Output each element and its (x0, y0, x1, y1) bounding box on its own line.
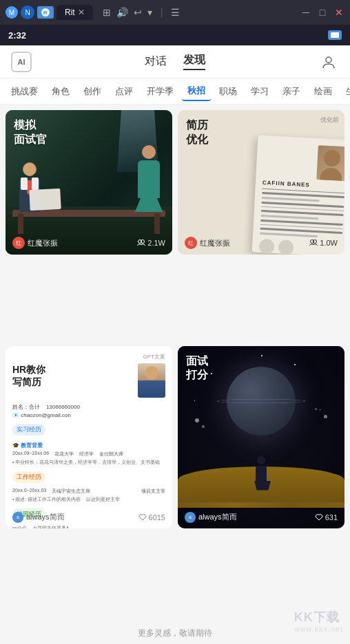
monitor-icon: ⊞ (103, 7, 111, 18)
hr-edu-detail: • 毕业特长：花花与清华之类，经济学等，去清华，义创业、文书基础 (12, 459, 165, 466)
author-avatar-3: a (12, 512, 23, 523)
card-resume-optimize[interactable]: 简历 优化 CAFIIN BANES (178, 110, 344, 255)
menu-icon[interactable]: ☰ (171, 7, 180, 18)
nav-dialog[interactable]: 对话 (145, 54, 167, 69)
title-bar: M N R Rit ✕ ⊞ 🔊 ↩ ▾ | ☰ ─ □ ✕ (0, 0, 350, 25)
cat-create[interactable]: 创作 (78, 83, 107, 100)
card-watermark: 优化前 (320, 116, 339, 125)
svg-point-2 (326, 57, 331, 63)
hr-edu-section: 🎓 教育背景 20xx.09~20xx.06 花花大学 经济学 金仕朗大师 • … (12, 442, 165, 466)
dot-2 (202, 425, 205, 428)
stat-count-1: 2.1W (147, 239, 165, 247)
maximize-button[interactable]: □ (317, 7, 328, 18)
cat-autumn[interactable]: 秋招 (182, 82, 211, 101)
cat-life[interactable]: 生活 (340, 83, 350, 100)
cat-challenge[interactable]: 挑战赛 (6, 83, 43, 100)
window-controls: ─ □ ✕ (300, 7, 344, 18)
author-name-3: always简而 (26, 512, 65, 522)
hr-card-footer: a always简而 6015 (6, 512, 172, 523)
hr-card-author: a always简而 (12, 512, 65, 523)
content-grid: 模拟 面试官 红 红魔张振 2.1W 简历 优化 (0, 105, 350, 619)
card-mock-interview[interactable]: 模拟 面试官 红 红魔张振 2.1W (6, 110, 172, 255)
title-bar-left: M N R Rit ✕ (6, 5, 93, 20)
star-4 (320, 409, 320, 410)
desk-paper (29, 189, 61, 211)
ai-icon[interactable]: AI (11, 52, 32, 72)
dropdown-icon[interactable]: ▾ (147, 7, 152, 18)
author-name-2: 红魔张振 (200, 238, 230, 248)
tab-label: Rit (65, 8, 75, 17)
nav-discover[interactable]: 发现 (183, 53, 205, 70)
notification-area (328, 30, 342, 40)
silhouette-skirt (254, 481, 271, 491)
author-avatar-4: a (185, 512, 196, 523)
hr-email-line: 📧 chaozon@gmail.con (12, 412, 165, 418)
author-avatar-1: 红 (12, 237, 25, 249)
browser-icon: M (6, 6, 18, 19)
stat-count-4: 631 (325, 513, 338, 522)
card-interview-score[interactable]: 面试 打分 a always简而 631 (178, 346, 344, 528)
resume-line-2 (262, 197, 320, 202)
hr-work-section: 工作经历 20xx.0~20xx.03 天端宇宙生态主席 项目支主宰 • 描述:… (12, 469, 165, 503)
tag-edu: 实习经历 (12, 424, 45, 436)
card-hr-resume[interactable]: GPT文案 HR教你 写简历 姓名：合计 13066660000 📧 chaoz… (6, 346, 172, 528)
minimize-button[interactable]: ─ (300, 7, 311, 18)
silhouette-body (256, 466, 267, 481)
card-resume-inner: 简历 优化 CAFIIN BANES (178, 110, 344, 255)
ai-label: AI (18, 58, 25, 66)
tab-close-icon[interactable]: ✕ (78, 8, 85, 17)
hr-campus-row: xx公众 小花园主任器具4 (12, 525, 165, 528)
score-scene: 面试 打分 a always简而 631 (178, 346, 344, 528)
active-tab[interactable]: Rit ✕ (56, 5, 93, 20)
cat-school[interactable]: 开学季 (141, 83, 179, 100)
cat-study[interactable]: 学习 (245, 83, 274, 100)
hr-name-line: 姓名：合计 13066660000 (12, 403, 165, 411)
stat-count-3: 6015 (149, 513, 165, 522)
ground-texture (178, 502, 344, 508)
hr-work-row: 20xx.0~20xx.03 天端宇宙生态主席 项目支主宰 (12, 488, 165, 495)
cat-review[interactable]: 点评 (110, 83, 138, 100)
back-icon[interactable]: ↩ (134, 7, 142, 18)
close-button[interactable]: ✕ (333, 7, 344, 18)
card-score-title: 面试 打分 (186, 354, 208, 383)
silhouette-head (257, 456, 265, 464)
author-name-4: always简而 (198, 512, 237, 522)
header-nav: 对话 发现 (145, 53, 205, 70)
card-mock-interview-stat: 2.1W (137, 239, 165, 247)
hr-edu-title: 🎓 教育背景 (12, 442, 165, 449)
card-mock-interview-title: 模拟 面试官 (14, 118, 47, 147)
dot-1 (195, 418, 199, 422)
hr-card-header: HR教你 写简历 (12, 363, 165, 398)
hr-title-block: HR教你 写简历 (12, 363, 45, 388)
card-resume-author: 红 红魔张振 (185, 237, 230, 249)
user-icon[interactable] (318, 52, 339, 72)
cat-role[interactable]: 角色 (46, 83, 75, 100)
cat-workplace[interactable]: 职场 (214, 83, 243, 100)
dot-3 (324, 415, 327, 418)
author-name-1: 红魔张振 (28, 238, 58, 248)
app-header: AI 对话 发现 (0, 45, 350, 78)
app-icon: N (21, 6, 34, 19)
category-bar: 挑战赛 角色 创作 点评 开学季 秋招 职场 学习 亲子 绘画 生活 (0, 78, 350, 105)
planet-ring (216, 398, 306, 403)
dot-4 (315, 408, 317, 410)
volume-icon[interactable]: 🔊 (116, 7, 128, 18)
tag-work: 工作经历 (12, 471, 45, 483)
author-avatar-2: 红 (185, 237, 197, 249)
hr-tags: 实习经历 (12, 422, 165, 438)
card-mock-interview-footer: 红 红魔张振 2.1W (6, 237, 172, 249)
tab-app-icon: R (37, 6, 54, 19)
cat-parent[interactable]: 亲子 (277, 83, 306, 100)
card-mock-interview-inner: 模拟 面试官 红 红魔张振 2.1W (6, 110, 172, 255)
card-mock-interview-author: 红 红魔张振 (12, 237, 58, 249)
hr-edu-row: 20xx.09~20xx.06 花花大学 经济学 金仕朗大师 (12, 451, 165, 458)
stat-count-2: 1.0W (320, 239, 338, 247)
desk-leg-right (154, 213, 160, 234)
cat-draw[interactable]: 绘画 (309, 83, 338, 100)
battery-icon (328, 30, 342, 40)
card-score-author: a always简而 (185, 512, 237, 523)
hr-work-detail: • 描述: 描述工作工作的相关内容 以达到更好主宰 (12, 496, 165, 503)
hr-card-inner: GPT文案 HR教你 写简历 姓名：合计 13066660000 📧 chaoz… (6, 346, 172, 528)
star-3 (294, 364, 296, 365)
toolbar-icons: ⊞ 🔊 ↩ ▾ | ☰ (103, 7, 181, 18)
